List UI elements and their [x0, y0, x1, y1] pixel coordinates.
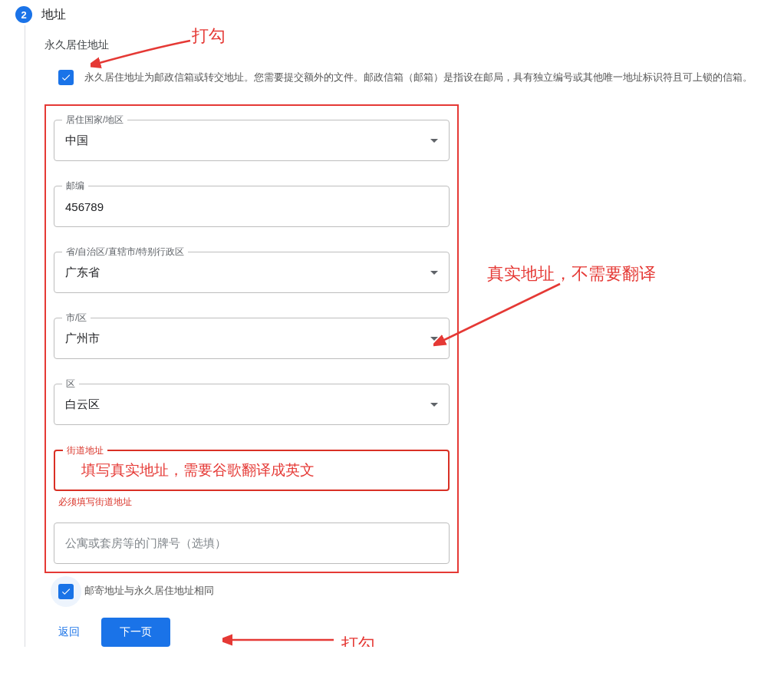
city-value: 广州市 — [65, 331, 430, 346]
mailing-same-checkbox-row: 邮寄地址与永久居住地址相同 — [58, 582, 769, 599]
checkmark-icon — [61, 72, 71, 83]
city-label: 市/区 — [62, 312, 91, 325]
city-select[interactable]: 市/区 广州市 — [54, 318, 450, 359]
step-number-badge: 2 — [15, 6, 32, 23]
next-button[interactable]: 下一页 — [101, 618, 170, 647]
country-value: 中国 — [65, 134, 430, 148]
permanent-address-subtitle: 永久居住地址 — [44, 38, 769, 52]
pobox-checkbox-label: 永久居住地址为邮政信箱或转交地址。您需要提交额外的文件。邮政信箱（邮箱）是指设在… — [84, 69, 769, 86]
district-select[interactable]: 区 白云区 — [54, 384, 450, 425]
district-value: 白云区 — [65, 397, 430, 412]
postcode-value: 456789 — [65, 200, 438, 213]
apartment-input[interactable]: 公寓或套房等的门牌号（选填） — [54, 523, 450, 564]
nav-buttons: 返回 下一页 — [58, 618, 769, 647]
postcode-label: 邮编 — [62, 180, 88, 193]
pobox-checkbox[interactable] — [58, 70, 74, 85]
step-progress-line — [25, 25, 25, 647]
province-select[interactable]: 省/自治区/直辖市/特别行政区 广东省 — [54, 252, 450, 293]
checkmark-icon — [61, 586, 71, 597]
province-value: 广东省 — [65, 265, 430, 280]
pobox-checkbox-row: 永久居住地址为邮政信箱或转交地址。您需要提交额外的文件。邮政信箱（邮箱）是指设在… — [58, 69, 769, 86]
street-error-msg: 必须填写街道地址 — [58, 496, 450, 509]
step-header: 2 地址 — [15, 6, 769, 23]
province-label: 省/自治区/直辖市/特别行政区 — [62, 246, 188, 259]
street-label: 街道地址 — [63, 444, 107, 457]
district-label: 区 — [62, 377, 79, 391]
country-select[interactable]: 居住国家/地区 中国 — [54, 120, 450, 161]
annotation-street-hint: 填写真实地址，需要谷歌翻译成英文 — [81, 460, 315, 480]
step-title: 地址 — [41, 7, 66, 23]
postcode-input[interactable]: 邮编 456789 — [54, 186, 450, 227]
back-button[interactable]: 返回 — [58, 625, 80, 639]
chevron-down-icon — [430, 139, 438, 143]
annotation-real-address: 真实地址，不需要翻译 — [487, 262, 656, 285]
chevron-down-icon — [430, 271, 438, 275]
apartment-placeholder: 公寓或套房等的门牌号（选填） — [65, 536, 438, 551]
mailing-same-checkbox[interactable] — [58, 584, 74, 599]
street-input[interactable]: 街道地址 填写真实地址，需要谷歌翻译成英文 — [54, 450, 450, 491]
chevron-down-icon — [430, 337, 438, 341]
address-fields-group: 居住国家/地区 中国 邮编 456789 省/自治区/直辖市/特别行政区 广东省 — [44, 104, 459, 573]
country-label: 居住国家/地区 — [62, 114, 127, 127]
mailing-same-label: 邮寄地址与永久居住地址相同 — [84, 582, 214, 599]
chevron-down-icon — [430, 403, 438, 407]
